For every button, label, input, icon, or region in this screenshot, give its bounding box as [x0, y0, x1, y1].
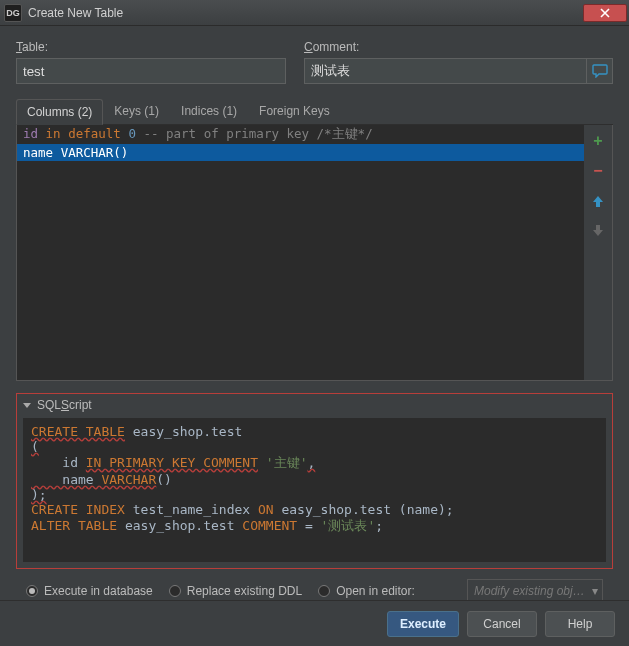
move-down-button[interactable]	[588, 221, 608, 241]
app-icon: DG	[4, 4, 22, 22]
radio-execute-db[interactable]: Execute in database	[26, 584, 153, 598]
arrow-up-icon	[591, 194, 605, 208]
radio-icon	[318, 585, 330, 597]
sql-script-area[interactable]: CREATE TABLE easy_shop.test ( id IN PRIM…	[23, 418, 606, 562]
sql-script-header[interactable]: SQL Script	[17, 394, 612, 416]
tab-foreign-keys[interactable]: Foreign Keys	[248, 98, 341, 124]
column-row-id[interactable]: id in default 0 -- part of primary key /…	[17, 125, 584, 144]
tab-indices[interactable]: Indices (1)	[170, 98, 248, 124]
columns-list[interactable]: id in default 0 -- part of primary key /…	[17, 125, 584, 380]
collapse-icon	[23, 403, 31, 408]
add-column-button[interactable]: +	[588, 131, 608, 151]
window-title: Create New Table	[28, 6, 583, 20]
remove-column-button[interactable]: −	[588, 161, 608, 181]
radio-open-editor[interactable]: Open in editor:	[318, 584, 415, 598]
radio-icon	[26, 585, 38, 597]
tab-columns[interactable]: Columns (2)	[16, 99, 103, 125]
execute-button[interactable]: Execute	[387, 611, 459, 637]
cancel-button[interactable]: Cancel	[467, 611, 537, 637]
arrow-down-icon	[591, 224, 605, 238]
table-name-input[interactable]	[16, 58, 286, 84]
column-row-name[interactable]: name VARCHAR()	[17, 144, 584, 161]
tab-keys[interactable]: Keys (1)	[103, 98, 170, 124]
radio-replace-ddl[interactable]: Replace existing DDL	[169, 584, 302, 598]
comment-input[interactable]	[304, 58, 587, 84]
help-button[interactable]: Help	[545, 611, 615, 637]
comment-label: Comment:	[304, 40, 613, 54]
speech-bubble-icon	[592, 64, 608, 78]
close-button[interactable]	[583, 4, 627, 22]
radio-icon	[169, 585, 181, 597]
chevron-down-icon: ▾	[592, 584, 598, 598]
table-label: Table:	[16, 40, 286, 54]
move-up-button[interactable]	[588, 191, 608, 211]
comment-expand-button[interactable]	[587, 58, 613, 84]
